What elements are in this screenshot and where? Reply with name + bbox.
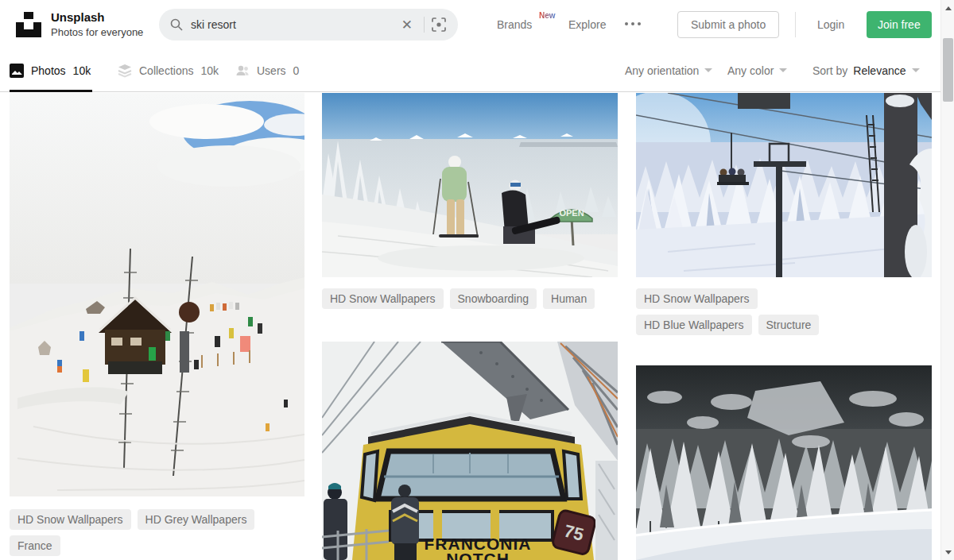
search-bar: ✕ [159,9,458,41]
tab-photos-label: Photos [31,64,66,77]
tram-name-line2: NOTCH [446,550,510,560]
photo-chairlift[interactable] [636,93,932,277]
tab-users-count: 0 [293,64,300,77]
tag-pill[interactable]: HD Snow Wallpapers [10,509,131,530]
photos-icon [10,64,24,78]
search-input[interactable] [191,18,397,31]
header: Unsplash Photos for everyone ✕ Brands Ne… [0,0,940,49]
photo-ski-resort-slope[interactable] [10,93,304,496]
tag-pill[interactable]: Structure [758,315,820,335]
brand-text: Unsplash Photos for everyone [51,10,143,38]
nav-brands-new-badge: New [539,11,556,20]
filter-sort[interactable]: Sort by Relevance [812,49,920,91]
tab-users-label: Users [257,64,286,77]
tabs-bar: Photos 10k Collections 10k Users 0 [0,49,940,92]
collections-icon [118,64,132,78]
tag-pill[interactable]: Human [543,288,595,309]
unsplash-search-page: Unsplash Photos for everyone ✕ Brands Ne… [0,0,954,560]
nav-explore[interactable]: Explore [568,18,606,31]
submit-photo-button[interactable]: Submit a photo [677,11,779,38]
chevron-down-icon [912,68,920,72]
active-tab-underline [10,90,92,92]
more-menu-icon[interactable] [625,22,641,25]
users-icon [235,64,250,78]
tag-pill[interactable]: HD Blue Wallpapers [636,315,752,335]
tag-pill[interactable]: HD Grey Wallpapers [138,509,255,530]
filter-orientation[interactable]: Any orientation [625,49,712,91]
filter-color-label: Any color [727,64,774,77]
sort-by-label: Sort by [812,64,847,77]
tag-pill[interactable]: France [10,535,60,556]
tag-pill[interactable]: HD Snow Wallpapers [636,288,758,309]
right-photo-tags: HD Snow WallpapersHD Blue WallpapersStru… [636,288,874,335]
join-free-button[interactable]: Join free [867,11,932,38]
tab-collections-label: Collections [139,64,193,77]
tab-photos[interactable]: Photos 10k [10,49,91,91]
open-sign-text: OPEN [559,208,584,218]
filter-orientation-label: Any orientation [625,64,699,77]
search-icon [170,18,183,31]
tab-collections[interactable]: Collections 10k [118,49,219,91]
filter-color[interactable]: Any color [727,49,787,91]
photo-snowy-forest[interactable] [636,365,932,560]
scroll-down-icon[interactable] [941,546,954,558]
vertical-scrollbar[interactable] [940,0,954,560]
scroll-up-icon[interactable] [941,2,954,14]
nav-brands[interactable]: Brands [497,18,532,31]
photo-snowboarders-ridge[interactable]: OPEN [322,93,618,277]
middle-photo-tags: HD Snow WallpapersSnowboardingHuman [322,288,618,309]
nav-divider [795,12,796,37]
clear-search-icon[interactable]: ✕ [397,17,417,33]
tab-collections-count: 10k [200,64,219,77]
left-photo-tags: HD Snow WallpapersHD Grey WallpapersFran… [10,509,304,556]
brand-title: Unsplash [51,10,143,24]
photo-franconia-tram[interactable]: FRANCONIA NOTCH 75 [322,342,618,560]
tab-users[interactable]: Users 0 [235,49,299,91]
visual-search-icon[interactable] [431,17,447,33]
tag-pill[interactable]: Snowboarding [450,288,537,309]
tag-pill[interactable]: HD Snow Wallpapers [322,288,444,309]
sort-value: Relevance [853,64,906,77]
unsplash-logo[interactable] [16,12,41,37]
scrollbar-thumb[interactable] [943,38,953,102]
search-divider [424,17,425,33]
chevron-down-icon [704,68,712,72]
brand-subtitle: Photos for everyone [51,26,143,38]
login-link[interactable]: Login [817,18,844,31]
tab-photos-count: 10k [73,64,91,77]
chevron-down-icon [779,68,787,72]
